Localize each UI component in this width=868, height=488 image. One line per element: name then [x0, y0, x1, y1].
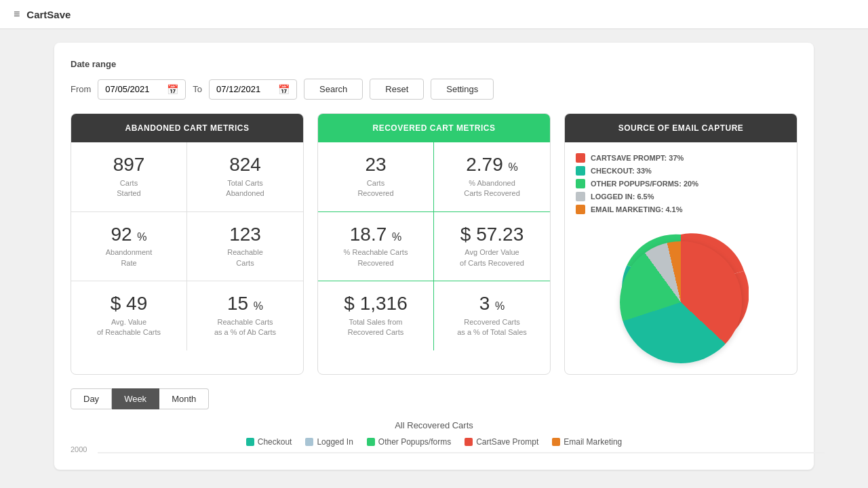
legend-checkout-dot: [576, 166, 585, 176]
legend-logged-in-dot: [576, 192, 585, 201]
legend-cartsave-dot: [576, 153, 585, 163]
recovered-pct-total-cell: 3 % Recovered Cartsas a % of Total Sales: [434, 281, 550, 350]
app-header: ≡ CartSave: [0, 0, 868, 29]
to-date-field[interactable]: [216, 84, 274, 94]
chart-legend: Checkout Logged In Other Popups/forms Ca…: [71, 437, 797, 447]
menu-icon: ≡: [14, 8, 20, 20]
carts-recovered-value: 23: [328, 155, 424, 176]
chart-legend-email: Email Marketing: [552, 437, 622, 447]
legend-email-label: EMAIL MARKETING: 4.1%: [591, 205, 682, 214]
to-calendar-icon: 📅: [278, 84, 290, 95]
y-axis-label: 2000: [71, 445, 87, 453]
reset-button[interactable]: Reset: [370, 79, 424, 100]
tab-group: Day Week Month: [71, 388, 797, 409]
chart-legend-logged-in-label: Logged In: [317, 437, 353, 447]
pct-reachable-recovered-label: % Reachable CartsRecovered: [328, 247, 424, 268]
total-carts-abandoned-label: Total CartsAbandoned: [197, 178, 294, 199]
chart-legend-email-dot: [552, 438, 560, 446]
pct-abandoned-recovered-value: 2.79 %: [443, 155, 540, 176]
total-sales-cell: $ 1,316 Total Sales fromRecovered Carts: [318, 281, 434, 350]
legend-email-dot: [576, 205, 585, 214]
legend-popups: OTHER POPUPS/FORMS: 20%: [576, 179, 786, 188]
recovered-cart-grid: 23 CartsRecovered 2.79 % % AbandonedCart…: [318, 142, 550, 350]
reachable-carts-label: ReachableCarts: [197, 247, 294, 268]
recovered-pct-total-label: Recovered Cartsas a % of Total Sales: [443, 317, 540, 338]
legend-logged-in-label: LOGGED IN: 6.5%: [591, 192, 654, 201]
date-range-label: Date range: [71, 59, 797, 69]
tab-week[interactable]: Week: [112, 388, 159, 409]
chart-legend-cartsave: CartSave Prompt: [465, 437, 538, 447]
date-row: From 📅 To 📅 Search Reset Settings: [71, 79, 797, 100]
abandonment-rate-cell: 92 % AbandonmentRate: [71, 212, 187, 282]
pct-reachable-recovered-cell: 18.7 % % Reachable CartsRecovered: [318, 212, 434, 282]
total-carts-abandoned-cell: 824 Total CartsAbandoned: [187, 142, 303, 212]
recovered-cart-card: RECOVERED CART METRICS 23 CartsRecovered…: [317, 113, 551, 375]
total-sales-label: Total Sales fromRecovered Carts: [328, 317, 424, 338]
bottom-section: Day Week Month All Recovered Carts Check…: [71, 388, 797, 453]
chart-legend-logged-in-dot: [305, 438, 313, 446]
chart-legend-popups: Other Popups/forms: [367, 437, 451, 447]
chart-legend-cartsave-dot: [465, 438, 473, 446]
abandonment-rate-value: 92 %: [81, 224, 177, 245]
settings-button[interactable]: Settings: [431, 79, 494, 100]
reachable-pct-cell: 15 % Reachable Cartsas a % of Ab Carts: [187, 281, 303, 350]
chart-legend-checkout-dot: [246, 438, 254, 446]
chart-legend-popups-label: Other Popups/forms: [378, 437, 451, 447]
avg-order-value-value: $ 57.23: [443, 224, 540, 245]
from-calendar-icon: 📅: [167, 84, 178, 95]
legend-checkout: CHECKOUT: 33%: [576, 166, 786, 176]
total-carts-abandoned-value: 824: [197, 155, 294, 176]
reachable-pct-value: 15 %: [197, 293, 294, 314]
legend-email: EMAIL MARKETING: 4.1%: [576, 205, 786, 214]
abandoned-cart-header: ABANDONED CART METRICS: [71, 114, 303, 142]
chart-title: All Recovered Carts: [71, 420, 797, 430]
chart-legend-checkout-label: Checkout: [258, 437, 292, 447]
to-date-input[interactable]: 📅: [209, 79, 297, 100]
chart-legend-email-label: Email Marketing: [564, 437, 622, 447]
carts-started-label: CartsStarted: [81, 178, 177, 199]
from-date-input[interactable]: 📅: [98, 79, 186, 100]
avg-order-value-cell: $ 57.23 Avg Order Valueof Carts Recovere…: [434, 212, 550, 282]
abandoned-cart-body: 897 CartsStarted 824 Total CartsAbandone…: [71, 142, 303, 350]
legend-checkout-label: CHECKOUT: 33%: [591, 167, 652, 175]
tab-month[interactable]: Month: [159, 388, 209, 409]
search-button[interactable]: Search: [304, 79, 363, 100]
chart-legend-cartsave-label: CartSave Prompt: [476, 437, 538, 447]
chart-legend-checkout: Checkout: [246, 437, 292, 447]
total-sales-value: $ 1,316: [328, 293, 424, 314]
abandoned-cart-card: ABANDONED CART METRICS 897 CartsStarted …: [71, 113, 304, 375]
to-label: To: [193, 84, 202, 94]
carts-recovered-label: CartsRecovered: [328, 178, 424, 199]
abandonment-rate-label: AbandonmentRate: [81, 247, 177, 268]
tab-day[interactable]: Day: [71, 388, 112, 409]
legend-popups-label: OTHER POPUPS/FORMS: 20%: [591, 180, 698, 188]
recovered-cart-body: 23 CartsRecovered 2.79 % % AbandonedCart…: [318, 142, 550, 350]
main-content: Date range From 📅 To 📅 Search Reset Sett…: [0, 29, 868, 487]
reachable-carts-value: 123: [197, 224, 294, 245]
reachable-pct-label: Reachable Cartsas a % of Ab Carts: [197, 317, 294, 338]
legend-logged-in: LOGGED IN: 6.5%: [576, 192, 786, 201]
reachable-carts-cell: 123 ReachableCarts: [187, 212, 303, 282]
recovered-cart-header: RECOVERED CART METRICS: [318, 114, 550, 142]
chart-legend-popups-dot: [367, 438, 375, 446]
pct-abandoned-recovered-cell: 2.79 % % AbandonedCarts Recovered: [434, 142, 550, 212]
chart-baseline: [98, 452, 825, 453]
app-title: CartSave: [26, 9, 71, 20]
carts-started-value: 897: [81, 155, 177, 176]
from-date-field[interactable]: [105, 84, 163, 94]
carts-recovered-cell: 23 CartsRecovered: [318, 142, 434, 212]
avg-value-label: Avg. Valueof Reachable Carts: [81, 317, 177, 338]
legend-cartsave: CARTSAVE PROMPT: 37%: [576, 153, 786, 163]
avg-value-value: $ 49: [81, 293, 177, 314]
pie-chart-css: [576, 241, 786, 363]
email-capture-body: CARTSAVE PROMPT: 37% CHECKOUT: 33% OTHER…: [565, 142, 797, 374]
pie-conic: [620, 241, 742, 363]
from-label: From: [71, 84, 91, 94]
abandoned-cart-grid: 897 CartsStarted 824 Total CartsAbandone…: [71, 142, 303, 350]
avg-order-value-label: Avg Order Valueof Carts Recovered: [443, 247, 540, 268]
pie-legend: CARTSAVE PROMPT: 37% CHECKOUT: 33% OTHER…: [576, 153, 786, 214]
email-capture-header: SOURCE OF EMAIL CAPTURE: [565, 114, 797, 142]
recovered-pct-total-value: 3 %: [443, 293, 540, 314]
carts-started-cell: 897 CartsStarted: [71, 142, 187, 212]
main-card: Date range From 📅 To 📅 Search Reset Sett…: [54, 43, 814, 470]
